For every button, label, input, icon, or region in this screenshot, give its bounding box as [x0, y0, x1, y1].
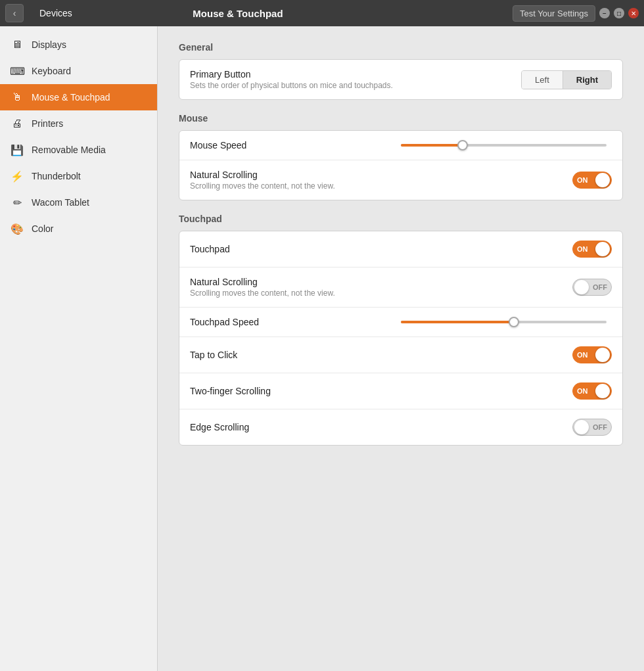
sidebar-item-label: Mouse & Touchpad [32, 92, 110, 103]
mouse-speed-thumb[interactable] [457, 140, 468, 150]
touchpad-speed-row: Touchpad Speed [179, 308, 622, 337]
mouse-speed-row: Mouse Speed [179, 131, 622, 160]
mouse-speed-slider-container [396, 144, 612, 147]
mouse-natural-scroll-title: Natural Scrolling [190, 170, 572, 180]
two-finger-scroll-toggle[interactable]: ON [572, 382, 612, 400]
keyboard-icon: ⌨ [11, 64, 24, 78]
tap-to-click-title: Tap to Click [190, 350, 572, 360]
sidebar-item-displays[interactable]: 🖥 Displays [0, 32, 157, 58]
mouse-speed-fill [401, 144, 463, 147]
tap-to-click-row: Tap to Click ON [179, 337, 622, 373]
sidebar-section-label: Devices [39, 8, 72, 18]
touchpad-speed-thumb[interactable] [509, 317, 519, 327]
sidebar-item-keyboard[interactable]: ⌨ Keyboard [0, 58, 157, 84]
test-settings-button[interactable]: Test Your Settings [513, 5, 595, 22]
toggle-knob [595, 173, 610, 187]
sidebar-item-label: Keyboard [32, 66, 71, 76]
printers-icon: 🖨 [11, 117, 24, 130]
touchpad-natural-scroll-title: Natural Scrolling [190, 277, 572, 287]
mouse-icon: 🖱 [11, 91, 24, 104]
touchpad-natural-scroll-row: Natural Scrolling Scrolling moves the co… [179, 267, 622, 308]
touchpad-row: Touchpad ON [179, 231, 622, 267]
edge-scroll-label-area: Edge Scrolling [190, 422, 572, 432]
content-area: General Primary Button Sets the order of… [158, 26, 644, 671]
touchpad-speed-track [401, 321, 607, 323]
color-icon: 🎨 [11, 222, 24, 235]
mouse-speed-label-area: Mouse Speed [190, 140, 396, 150]
two-finger-scroll-row: Two-finger Scrolling ON [179, 373, 622, 409]
touchpad-speed-title: Touchpad Speed [190, 317, 396, 327]
main-layout: 🖥 Displays ⌨ Keyboard 🖱 Mouse & Touchpad… [0, 26, 644, 671]
minimize-button[interactable]: − [599, 8, 610, 18]
touchpad-section-title: Touchpad [179, 214, 623, 224]
primary-button-group: Left Right [521, 70, 612, 89]
window-title: Mouse & Touchpad [0, 8, 513, 19]
mouse-speed-track [401, 144, 607, 147]
edge-scroll-row: Edge Scrolling OFF [179, 409, 622, 445]
close-button[interactable]: ✕ [628, 8, 639, 18]
toggle-knob [595, 242, 610, 256]
touchpad-natural-scroll-desc: Scrolling moves the content, not the vie… [190, 289, 572, 298]
sidebar-item-wacom[interactable]: ✏ Wacom Tablet [0, 189, 157, 216]
toggle-on-label: ON [577, 245, 588, 253]
sidebar-item-label: Thunderbolt [32, 171, 81, 181]
mouse-natural-scroll-label-area: Natural Scrolling Scrolling moves the co… [190, 170, 572, 191]
sidebar-item-thunderbolt[interactable]: ⚡ Thunderbolt [0, 163, 157, 189]
touchpad-speed-label-area: Touchpad Speed [190, 317, 396, 327]
mouse-natural-scroll-toggle[interactable]: ON [572, 172, 612, 189]
tap-to-click-toggle[interactable]: ON [572, 346, 612, 363]
sidebar-item-label: Removable Media [32, 145, 106, 155]
mouse-natural-scroll-row: Natural Scrolling Scrolling moves the co… [179, 160, 622, 200]
touchpad-natural-scroll-label-area: Natural Scrolling Scrolling moves the co… [190, 277, 572, 298]
primary-button-desc: Sets the order of physical buttons on mi… [190, 81, 521, 90]
sidebar: 🖥 Displays ⌨ Keyboard 🖱 Mouse & Touchpad… [0, 26, 158, 671]
sidebar-item-label: Color [32, 223, 53, 234]
sidebar-item-printers[interactable]: 🖨 Printers [0, 110, 157, 137]
touchpad-speed-slider-container [396, 321, 612, 323]
primary-button-label-area: Primary Button Sets the order of physica… [190, 69, 521, 90]
toggle-knob [595, 348, 610, 362]
general-card: Primary Button Sets the order of physica… [179, 59, 623, 100]
sidebar-item-label: Printers [32, 118, 63, 129]
toggle-on-label: ON [577, 351, 588, 359]
mouse-natural-scroll-desc: Scrolling moves the content, not the vie… [190, 181, 572, 191]
right-button[interactable]: Right [563, 71, 611, 89]
toggle-off-label: OFF [593, 283, 607, 291]
toggle-knob [595, 384, 610, 398]
toggle-off-label: OFF [593, 423, 607, 431]
touchpad-label-area: Touchpad [190, 244, 572, 254]
sidebar-item-mouse[interactable]: 🖱 Mouse & Touchpad [0, 84, 157, 110]
primary-button-title: Primary Button [190, 69, 521, 80]
touchpad-title: Touchpad [190, 244, 572, 254]
removable-icon: 💾 [11, 143, 24, 156]
sidebar-item-label: Displays [32, 39, 66, 50]
two-finger-scroll-label-area: Two-finger Scrolling [190, 386, 572, 396]
displays-icon: 🖥 [11, 38, 24, 51]
toggle-knob [574, 420, 589, 434]
toggle-knob [574, 280, 589, 294]
edge-scroll-toggle[interactable]: OFF [572, 419, 612, 436]
general-section-title: General [179, 42, 623, 53]
sidebar-item-removable[interactable]: 💾 Removable Media [0, 137, 157, 163]
two-finger-scroll-title: Two-finger Scrolling [190, 386, 572, 396]
left-button[interactable]: Left [522, 71, 563, 89]
titlebar-controls: Test Your Settings − □ ✕ [513, 5, 639, 22]
mouse-speed-title: Mouse Speed [190, 140, 396, 150]
sidebar-item-label: Wacom Tablet [32, 197, 89, 208]
primary-button-row: Primary Button Sets the order of physica… [179, 60, 622, 99]
edge-scroll-title: Edge Scrolling [190, 422, 572, 432]
thunderbolt-icon: ⚡ [11, 170, 24, 183]
wacom-icon: ✏ [11, 196, 24, 209]
mouse-card: Mouse Speed Natural Scrolling Scrolling … [179, 130, 623, 200]
touchpad-speed-fill [401, 321, 514, 323]
sidebar-item-color[interactable]: 🎨 Color [0, 216, 157, 242]
tap-to-click-label-area: Tap to Click [190, 350, 572, 360]
mouse-section-title: Mouse [179, 113, 623, 124]
touchpad-toggle[interactable]: ON [572, 241, 612, 258]
titlebar: ‹ Devices Mouse & Touchpad Test Your Set… [0, 0, 644, 26]
toggle-on-label: ON [577, 176, 588, 184]
touchpad-natural-scroll-toggle[interactable]: OFF [572, 279, 612, 296]
maximize-button[interactable]: □ [614, 8, 624, 18]
touchpad-card: Touchpad ON Natural Scrolling Scrolling … [179, 231, 623, 446]
toggle-on-label: ON [577, 387, 588, 395]
